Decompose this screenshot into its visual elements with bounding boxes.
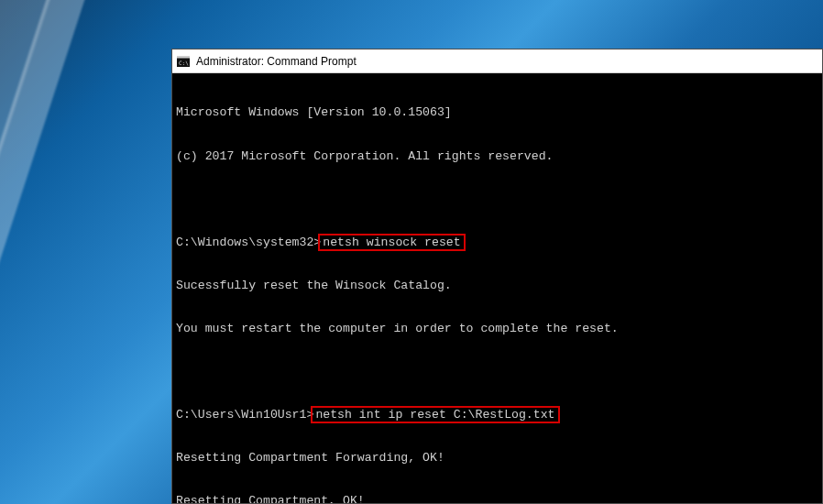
output-text: You must restart the computer in order t… <box>176 322 619 335</box>
output-text: Resetting Compartment Forwarding, OK! <box>176 451 444 465</box>
svg-text:C:\: C:\ <box>179 59 189 65</box>
window-title: Administrator: Command Prompt <box>196 55 357 68</box>
command-prompt-window[interactable]: C:\ Administrator: Command Prompt Micros… <box>171 49 823 504</box>
prompt-path: C:\Users\Win10Usr1> <box>176 408 313 422</box>
svg-rect-1 <box>177 56 190 59</box>
output-text: Microsoft Windows [Version 10.0.15063] <box>176 105 452 119</box>
terminal-output[interactable]: Microsoft Windows [Version 10.0.15063] (… <box>172 73 822 503</box>
highlighted-command: netsh int ip reset C:\RestLog.txt <box>311 406 559 423</box>
cmd-icon: C:\ <box>176 54 191 69</box>
output-text: (c) 2017 Microsoft Corporation. All righ… <box>176 149 554 163</box>
highlighted-command: netsh winsock reset <box>318 234 465 251</box>
prompt-path: C:\Windows\system32> <box>176 236 321 249</box>
titlebar[interactable]: C:\ Administrator: Command Prompt <box>172 49 822 73</box>
output-text: Resetting Compartment, OK! <box>176 494 365 503</box>
output-text: Sucessfully reset the Winsock Catalog. <box>176 279 452 292</box>
